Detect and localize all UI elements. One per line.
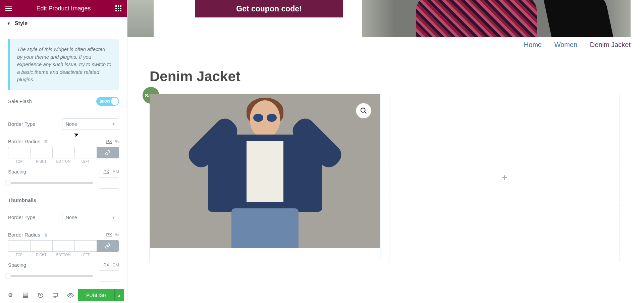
thumb-border-radius-units: PX % (104, 232, 119, 237)
editor-panel: Edit Product Images ▼ Style The style of… (0, 0, 127, 303)
slider-thumb[interactable] (5, 180, 11, 186)
thumb-border-radius-dim-labels: TOP RIGHT BOTTOM LEFT (8, 253, 119, 257)
border-radius-left[interactable] (74, 147, 97, 158)
hero-image-left (127, 0, 154, 37)
thumb-border-type-row: Border Type None ▼ (8, 205, 119, 226)
product-title: Denim Jacket (150, 68, 240, 85)
hero-image-right (362, 0, 631, 37)
breadcrumb-home[interactable]: Home (524, 41, 542, 48)
widgets-icon[interactable] (114, 4, 122, 12)
toggle-knob (111, 98, 118, 105)
coupon-banner[interactable]: Get coupon code! (195, 0, 343, 17)
section-style-header[interactable]: ▼ Style (0, 17, 127, 30)
slider-thumb[interactable] (5, 273, 11, 279)
settings-icon[interactable]: ⚙ (3, 287, 18, 303)
plus-icon: + (502, 172, 507, 183)
section-label: Style (15, 20, 28, 27)
svg-rect-10 (23, 295, 28, 296)
preview-area: Get coupon code! Home Women Denim Jacket… (127, 0, 644, 303)
spacing-input[interactable] (99, 177, 119, 189)
thumb-spacing-slider[interactable] (8, 275, 93, 277)
responsive-icon[interactable] (48, 287, 63, 303)
svg-rect-11 (23, 296, 28, 297)
border-radius-header: Border Radius 🖥 PX % (8, 133, 119, 147)
thumb-border-radius-header: Border Radius 🖥 PX % (8, 226, 119, 240)
caret-down-icon: ▼ (7, 21, 11, 26)
toggle-text: SHOW (100, 99, 110, 103)
breadcrumb: Home Women Denim Jacket (127, 41, 631, 49)
svg-rect-8 (120, 10, 121, 11)
thumb-border-radius-top[interactable] (8, 240, 30, 252)
thumbnails-title: Thumbnails (8, 189, 119, 205)
spacing-header: Spacing PX EM (8, 163, 119, 177)
thumb-border-radius-bottom[interactable] (52, 240, 74, 252)
svg-rect-12 (53, 293, 58, 296)
thumb-border-type-select[interactable]: None ▼ (62, 212, 119, 223)
sale-flash-row: Sale Flash SHOW (8, 90, 119, 109)
product-images-widget[interactable]: Sale! (150, 94, 380, 261)
svg-rect-7 (118, 10, 119, 11)
breadcrumb-women[interactable]: Women (554, 41, 578, 48)
unit-px[interactable]: PX (106, 139, 112, 144)
svg-rect-3 (115, 8, 117, 9)
panel-header: Edit Product Images (0, 0, 127, 17)
thumb-border-type-label: Border Type (8, 214, 35, 220)
border-radius-bottom[interactable] (52, 147, 74, 158)
section-placeholder[interactable] (150, 300, 620, 302)
navigator-icon[interactable] (18, 287, 33, 303)
svg-rect-0 (115, 5, 117, 7)
desktop-icon[interactable]: 🖥 (44, 233, 48, 238)
unit-percent[interactable]: % (115, 139, 119, 144)
border-type-select[interactable]: None ▼ (62, 118, 119, 130)
add-widget-placeholder[interactable]: + (389, 94, 620, 261)
chevron-down-icon: ▼ (112, 215, 115, 219)
breadcrumb-current: Denim Jacket (590, 41, 631, 48)
menu-icon[interactable] (5, 4, 13, 12)
thumb-border-radius-left[interactable] (74, 240, 97, 252)
border-radius-label: Border Radius 🖥 (8, 139, 48, 144)
sale-flash-toggle[interactable]: SHOW (96, 97, 119, 106)
link-values-button[interactable] (97, 240, 119, 252)
svg-rect-1 (118, 5, 119, 7)
thumb-border-type-value: None (66, 215, 77, 220)
thumb-border-radius-label: Border Radius 🖥 (8, 232, 48, 238)
link-values-button[interactable] (97, 147, 119, 158)
history-icon[interactable] (33, 287, 48, 303)
zoom-icon[interactable] (356, 103, 371, 118)
desktop-icon[interactable]: 🖥 (44, 139, 48, 144)
thumb-spacing-slider-row (8, 270, 119, 282)
thumb-border-radius-right[interactable] (30, 240, 52, 252)
unit-px[interactable]: PX (106, 232, 112, 237)
svg-rect-5 (120, 8, 121, 9)
svg-point-14 (361, 108, 365, 112)
unit-em[interactable]: EM (113, 169, 119, 174)
panel-scroll[interactable]: The style of this widget is often affect… (0, 30, 127, 287)
unit-em[interactable]: EM (113, 262, 119, 267)
thumb-spacing-header: Spacing PX EM (8, 257, 119, 270)
chevron-down-icon: ▼ (112, 122, 115, 126)
thumb-spacing-label: Spacing (8, 262, 26, 268)
unit-px[interactable]: PX (104, 169, 109, 174)
spacing-slider[interactable] (8, 182, 93, 184)
border-radius-dim-labels: TOP RIGHT BOTTOM LEFT (8, 160, 119, 163)
product-main-image[interactable] (150, 94, 380, 248)
product-figure (195, 94, 335, 248)
svg-rect-2 (120, 5, 121, 7)
spacing-units: PX EM (102, 169, 119, 174)
unit-percent[interactable]: % (115, 232, 119, 237)
border-radius-top[interactable] (8, 147, 30, 158)
border-radius-right[interactable] (30, 147, 52, 158)
thumb-border-radius-inputs (8, 240, 119, 252)
unit-px[interactable]: PX (104, 262, 109, 267)
sale-flash-label: Sale Flash (8, 98, 32, 104)
preview-icon[interactable] (63, 287, 77, 303)
publish-button[interactable]: PUBLISH (78, 289, 114, 301)
border-radius-inputs (8, 147, 119, 158)
thumb-spacing-input[interactable] (99, 270, 119, 282)
info-notice: The style of this widget is often affect… (8, 39, 119, 90)
border-type-label: Border Type (8, 121, 35, 127)
border-type-value: None (66, 121, 77, 127)
publish-dropdown[interactable]: ▲ (114, 289, 124, 301)
thumb-spacing-units: PX EM (102, 262, 119, 267)
svg-rect-4 (118, 8, 119, 9)
